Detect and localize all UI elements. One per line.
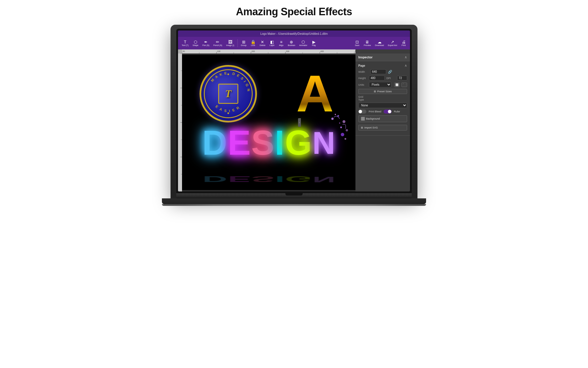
- tool-print-label: Print: [402, 44, 406, 46]
- tool-print[interactable]: 🖨 Print: [400, 39, 408, 47]
- background-color-swatch: [361, 117, 365, 121]
- tool-play[interactable]: ▶ Play: [310, 39, 318, 47]
- inspector-page-section: Page ∧ Width 🔗 Height: [355, 61, 410, 136]
- ruler-label: Ruler: [394, 110, 400, 113]
- dpi-input[interactable]: [397, 76, 407, 80]
- laptop-bottom: [162, 198, 426, 204]
- title-bar-text: Logo Maker - /Users/drawtify/Desktop/Unt…: [260, 32, 328, 35]
- grid-type-select[interactable]: None Lines Dots: [358, 103, 407, 108]
- collapse-chevron-icon: ›: [299, 121, 300, 124]
- letter-g: G: [285, 125, 312, 160]
- pen-icon: ✒: [204, 40, 208, 44]
- svg-text:500: 500: [355, 50, 355, 52]
- link-icon[interactable]: 🔗: [388, 70, 392, 74]
- preview-icon: 🖥: [365, 40, 369, 44]
- tool-boolean-label: Boolean: [288, 44, 295, 46]
- inspector-title: Inspector: [358, 55, 373, 59]
- import-svg-btn[interactable]: ⊞ Import SVG: [358, 125, 407, 131]
- print-icon: 🖨: [402, 40, 406, 44]
- save-icon: ⊡: [355, 40, 359, 44]
- ruler-toggle[interactable]: [384, 110, 392, 114]
- tool-shape-label: Shape: [193, 44, 198, 46]
- laptop-screen: Logo Maker - /Users/drawtify/Desktop/Unt…: [178, 30, 410, 191]
- tool-export[interactable]: ↗ Export Ani: [386, 39, 399, 47]
- laptop-body: Logo Maker - /Users/drawtify/Desktop/Unt…: [171, 25, 417, 198]
- laptop-screen-bezel: Logo Maker - /Users/drawtify/Desktop/Unt…: [176, 29, 412, 193]
- download-icon: ☁: [378, 40, 382, 44]
- portrait-btn[interactable]: ⬜: [394, 83, 400, 87]
- design-canvas: MAKE DESIGN EASIER: [182, 55, 355, 190]
- dpi-label: DPI: [386, 77, 395, 80]
- height-input[interactable]: [369, 76, 385, 80]
- tool-group[interactable]: ⊞ Group: [239, 39, 248, 47]
- print-bleed-ruler-row: Print Bleed Ruler: [358, 110, 407, 114]
- tool-play-label: Play: [312, 44, 316, 46]
- tool-preview[interactable]: 🖥 Preview: [362, 39, 372, 47]
- tool-pencil[interactable]: ✏ Pencil (N): [212, 39, 224, 47]
- tool-shape[interactable]: ⬡ Shape: [191, 39, 200, 47]
- svg-point-34: [341, 133, 344, 136]
- laptop-wrapper: Logo Maker - /Users/drawtify/Desktop/Unt…: [171, 25, 417, 206]
- tool-animator[interactable]: ⬡ Animator: [298, 39, 309, 47]
- tool-delete[interactable]: ✕ Delete: [258, 39, 267, 47]
- background-label: Background: [366, 117, 380, 120]
- canvas-area[interactable]: MAKE DESIGN EASIER: [182, 53, 355, 191]
- layer-icon: ◧: [270, 40, 274, 44]
- panel-collapse-handle[interactable]: ›: [298, 118, 301, 127]
- main-area: MAKE DESIGN EASIER: [178, 53, 410, 191]
- grid-type-row: Grid Type: [358, 95, 407, 101]
- background-row: Background: [358, 115, 407, 123]
- boolean-icon: ⊕: [290, 40, 293, 44]
- svg-text:50: 50: [183, 50, 185, 52]
- svg-text:EASIER: EASIER: [215, 104, 242, 113]
- page-section-collapse[interactable]: ∧: [405, 64, 407, 68]
- text-icon: T: [184, 40, 187, 44]
- export-icon: ↗: [391, 40, 394, 44]
- tool-download[interactable]: ☁ Download: [374, 39, 385, 47]
- ruler-knob: [388, 110, 391, 113]
- landscape-btn[interactable]: ⬛: [401, 83, 407, 87]
- tool-layer[interactable]: ◧ Layer: [268, 39, 276, 47]
- tool-save-label: Save: [355, 44, 359, 46]
- print-bleed-toggle[interactable]: [358, 110, 366, 114]
- tool-image[interactable]: 🖼 Image (I): [225, 39, 236, 47]
- preset-row: ⊞ Preset Sizes: [358, 89, 407, 94]
- toolbar-right: ⊡ Save 🖥 Preview ☁ Download ↗: [353, 39, 408, 47]
- design-word: D E S I G N: [202, 124, 335, 161]
- print-bleed-label: Print Bleed: [369, 110, 381, 113]
- align-icon: ≡: [280, 40, 282, 44]
- tool-text-label: Text (T): [182, 44, 189, 46]
- inspector-panel: Inspector ∧ Page ∧ Width: [355, 53, 410, 191]
- units-row: Units Pixels Inches mm ⬜ ⬛: [358, 82, 407, 87]
- toolbar: T Text (T) ⬡ Shape ✒ Pen (N) ✏ Pencil (N…: [178, 37, 410, 49]
- print-bleed-knob: [359, 110, 362, 113]
- tool-save[interactable]: ⊡ Save: [353, 39, 361, 47]
- preset-sizes-label: Preset Sizes: [377, 90, 392, 93]
- letter-n-splash: N: [312, 124, 335, 161]
- design-word-reflection: D E S I G N: [202, 174, 335, 184]
- inspector-collapse-arrow[interactable]: ∧: [405, 55, 407, 59]
- units-select[interactable]: Pixels Inches mm: [369, 82, 391, 87]
- height-dpi-row: Height DPI: [358, 76, 407, 80]
- tool-align[interactable]: ≡ Align: [277, 39, 285, 47]
- tool-pen-label: Pen (N): [202, 44, 209, 46]
- delete-icon: ✕: [261, 40, 264, 44]
- tool-pen[interactable]: ✒ Pen (N): [201, 39, 211, 47]
- background-btn[interactable]: Background: [358, 115, 407, 122]
- laptop-notch: [285, 193, 303, 195]
- tool-lock[interactable]: 🔒 Lock: [249, 39, 257, 47]
- badge-center-letter: T: [218, 84, 238, 104]
- separator-1: [237, 39, 238, 47]
- shape-icon: ⬡: [194, 40, 197, 44]
- ruler-left: [178, 53, 182, 191]
- preset-sizes-btn[interactable]: ⊞ Preset Sizes: [358, 89, 407, 94]
- lock-icon: 🔒: [251, 40, 256, 44]
- tool-text[interactable]: T Text (T): [180, 39, 190, 47]
- width-input[interactable]: [370, 69, 386, 74]
- title-bar: Logo Maker - /Users/drawtify/Desktop/Unt…: [178, 30, 410, 37]
- tool-export-label: Export Ani: [388, 44, 397, 46]
- group-icon: ⊞: [242, 40, 245, 44]
- tool-group-label: Group: [241, 44, 246, 46]
- tool-boolean[interactable]: ⊕ Boolean: [287, 39, 297, 47]
- page-section-label: Page: [358, 64, 365, 67]
